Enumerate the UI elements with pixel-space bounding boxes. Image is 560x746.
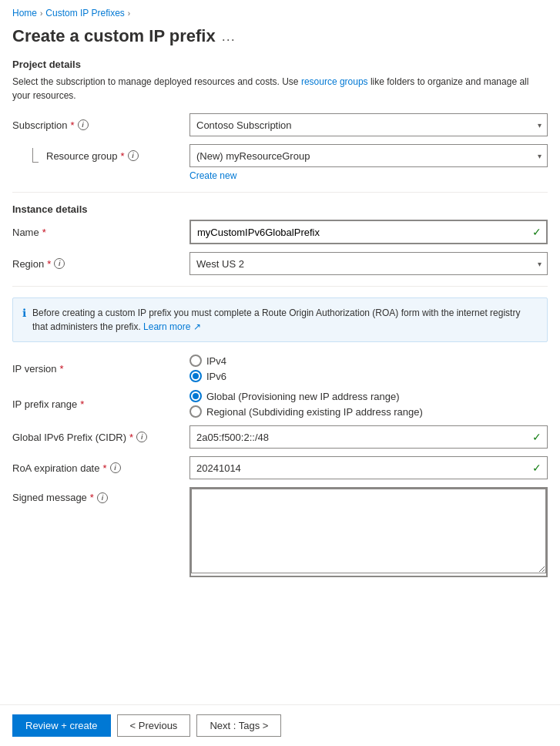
subscription-info-icon[interactable]: i xyxy=(78,119,89,130)
ip-version-ipv6[interactable]: IPv6 xyxy=(189,370,548,382)
subscription-control: Contoso Subscription ▾ xyxy=(189,113,548,136)
roa-required: * xyxy=(102,462,106,474)
ip-prefix-range-label: IP prefix range * xyxy=(12,398,189,410)
cidr-input[interactable] xyxy=(189,425,548,449)
ip-version-required: * xyxy=(60,363,64,375)
ip-version-label: IP version * xyxy=(12,363,189,375)
cidr-check-icon: ✓ xyxy=(532,431,542,443)
project-details-header: Project details xyxy=(12,59,548,70)
resource-groups-link[interactable]: resource groups xyxy=(301,76,368,87)
roa-label: RoA expiration date * i xyxy=(12,462,189,474)
name-label: Name * xyxy=(12,227,189,238)
ip-prefix-range-row: IP prefix range * Global (Provisioning n… xyxy=(12,390,548,418)
ip-prefix-required: * xyxy=(80,398,84,410)
roa-info-icon[interactable]: i xyxy=(110,462,121,473)
resource-group-label: Resource group * i xyxy=(12,150,189,162)
resource-group-row: Resource group * i (New) myResourceGroup… xyxy=(12,144,548,167)
roa-control: ✓ xyxy=(189,456,548,479)
create-new-link[interactable]: Create new xyxy=(189,170,548,181)
name-control: ✓ xyxy=(189,220,548,244)
ipv4-radio-circle xyxy=(189,355,202,367)
footer-bar: Review + create < Previous Next : Tags > xyxy=(0,704,560,746)
divider-1 xyxy=(12,192,548,193)
learn-more-link[interactable]: Learn more ↗ xyxy=(143,321,201,332)
regional-label: Regional (Subdividing existing IP addres… xyxy=(206,406,423,418)
name-input[interactable] xyxy=(191,221,546,243)
subscription-required: * xyxy=(71,119,75,131)
breadcrumb-custom-ip[interactable]: Custom IP Prefixes xyxy=(45,8,124,18)
signed-required: * xyxy=(90,492,94,503)
ipv6-radio-circle xyxy=(189,370,202,382)
roa-check-icon: ✓ xyxy=(532,462,542,474)
signed-message-control xyxy=(189,487,548,577)
cidr-label: Global IPv6 Prefix (CIDR) * i xyxy=(12,432,189,443)
region-required: * xyxy=(47,258,51,270)
resource-group-select[interactable]: (New) myResourceGroup xyxy=(189,144,548,167)
global-label: Global (Provisioning new IP address rang… xyxy=(206,391,400,402)
rg-required: * xyxy=(121,150,125,162)
cidr-required: * xyxy=(129,432,133,443)
footer-spacer xyxy=(0,585,560,631)
ip-version-control: IPv4 IPv6 xyxy=(189,355,548,382)
region-label: Region * i xyxy=(12,258,189,270)
divider-2 xyxy=(12,286,548,287)
resource-group-control: (New) myResourceGroup ▾ xyxy=(189,144,548,167)
breadcrumb-home[interactable]: Home xyxy=(12,8,37,18)
project-details-desc: Select the subscription to manage deploy… xyxy=(12,75,548,102)
subscription-label: Subscription * i xyxy=(12,119,189,131)
page-title-row: Create a custom IP prefix ... xyxy=(0,23,560,59)
name-row: Name * ✓ xyxy=(12,220,548,244)
subscription-row: Subscription * i Contoso Subscription ▾ xyxy=(12,113,548,136)
subscription-select[interactable]: Contoso Subscription xyxy=(189,113,548,136)
ipv6-radio-dot xyxy=(193,373,199,379)
project-details-section: Project details Select the subscription … xyxy=(12,59,548,181)
previous-button[interactable]: < Previous xyxy=(117,714,191,737)
ip-prefix-range-control: Global (Provisioning new IP address rang… xyxy=(189,390,548,418)
name-check-icon: ✓ xyxy=(532,226,542,238)
name-required: * xyxy=(42,227,46,238)
ellipsis-button[interactable]: ... xyxy=(222,29,236,45)
ipv6-label: IPv6 xyxy=(206,371,226,382)
region-select[interactable]: West US 2 xyxy=(189,252,548,275)
signed-message-textarea[interactable] xyxy=(191,489,546,573)
instance-details-header: Instance details xyxy=(12,203,548,215)
name-input-wrapper: ✓ xyxy=(189,220,548,244)
page-title: Create a custom IP prefix xyxy=(12,26,216,46)
main-content: Project details Select the subscription … xyxy=(0,59,560,577)
ip-version-ipv4[interactable]: IPv4 xyxy=(189,355,548,367)
breadcrumb: Home › Custom IP Prefixes › xyxy=(0,0,560,23)
signed-message-row: Signed message * i xyxy=(12,487,548,577)
region-control: West US 2 ▾ xyxy=(189,252,548,275)
breadcrumb-sep-1: › xyxy=(40,9,42,18)
roa-row: RoA expiration date * i ✓ xyxy=(12,456,548,479)
cidr-row: Global IPv6 Prefix (CIDR) * i ✓ xyxy=(12,425,548,449)
region-info-icon[interactable]: i xyxy=(54,258,65,269)
roa-input[interactable] xyxy=(189,456,548,479)
info-banner-text: Before creating a custom IP prefix you m… xyxy=(32,306,538,334)
ip-prefix-global[interactable]: Global (Provisioning new IP address rang… xyxy=(189,390,548,402)
ip-version-row: IP version * IPv4 IPv6 xyxy=(12,355,548,382)
regional-radio-circle xyxy=(189,405,202,418)
ip-version-radio-group: IPv4 IPv6 xyxy=(189,355,548,382)
next-button[interactable]: Next : Tags > xyxy=(196,714,281,737)
info-banner: ℹ Before creating a custom IP prefix you… xyxy=(12,297,548,342)
ipv4-label: IPv4 xyxy=(206,355,226,367)
signed-message-label: Signed message * i xyxy=(12,487,189,503)
signed-info-icon[interactable]: i xyxy=(97,492,108,503)
region-row: Region * i West US 2 ▾ xyxy=(12,252,548,275)
rg-info-icon[interactable]: i xyxy=(128,150,139,161)
instance-details-section: Instance details Name * ✓ Region * i xyxy=(12,203,548,275)
info-banner-icon: ℹ xyxy=(22,307,26,319)
cidr-control: ✓ xyxy=(189,425,548,449)
global-radio-circle xyxy=(189,390,202,402)
global-radio-dot xyxy=(193,393,199,399)
ip-prefix-regional[interactable]: Regional (Subdividing existing IP addres… xyxy=(189,405,548,418)
breadcrumb-sep-2: › xyxy=(128,9,130,18)
ip-prefix-radio-group: Global (Provisioning new IP address rang… xyxy=(189,390,548,418)
cidr-info-icon[interactable]: i xyxy=(136,432,147,442)
review-create-button[interactable]: Review + create xyxy=(12,714,111,737)
signed-message-wrapper xyxy=(189,487,548,577)
